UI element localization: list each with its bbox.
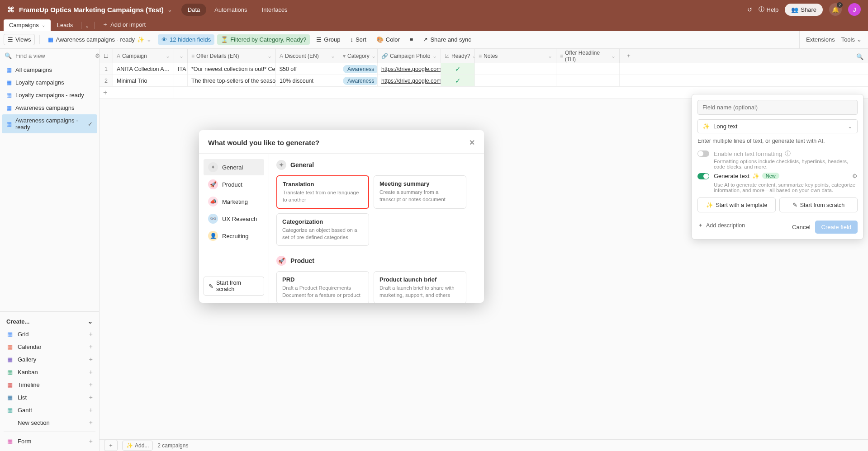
cell-details[interactable]: The three top-sellers of the season ar… [188,75,276,86]
cell-offer-th[interactable] [556,75,620,86]
cell-notes[interactable] [475,75,556,86]
cell-discount[interactable]: $50 off [276,63,339,75]
find-view-input[interactable] [15,52,91,59]
start-from-scratch-button[interactable]: ✎ Start from scratch [779,197,858,212]
side-general[interactable]: ✦General [204,159,264,175]
side-recruiting[interactable]: 👤Recruiting [204,228,264,244]
base-title[interactable]: FrameUp Optics Marketing Campaigns (Test… [19,6,164,14]
cell-ready[interactable]: ✓ [441,75,475,86]
close-icon[interactable]: ✕ [469,138,475,147]
create-grid[interactable]: ▦Grid+ [4,328,95,340]
notifications-button[interactable]: 🔔2 [829,3,842,16]
view-loyalty[interactable]: ▦Loyalty campaigns [2,76,97,89]
col-campaign[interactable]: ACampaign⌄ [113,49,174,63]
create-field-button[interactable]: Create field [815,221,858,234]
col-photo[interactable]: 🔗Campaign Photo⌄ [378,49,441,63]
field-name-input[interactable] [697,100,858,115]
col-notes[interactable]: ≡Notes⌄ [475,49,556,63]
views-button[interactable]: ☰ Views [4,34,35,45]
cell-photo[interactable]: https://drive.google.com/… [378,75,441,86]
generate-text-toggle[interactable] [697,173,709,179]
sort-button[interactable]: ↕ Sort [346,34,370,45]
footer-plus[interactable]: ＋ [104,440,118,451]
help-button[interactable]: ⓘ Help [759,5,779,14]
cell-discount[interactable]: 10% discount [276,75,339,86]
table-row[interactable]: 1 ANITA Collection A… ITA *Our newest co… [100,63,868,75]
footer-add[interactable]: ✨ Add... [122,441,153,451]
history-icon[interactable]: ↺ [747,6,752,13]
cell-offer-th[interactable] [556,63,620,75]
cell-extra[interactable]: ITA [174,63,188,75]
card-translation[interactable]: Translation Translate text from one lang… [276,175,369,209]
cell-ready[interactable]: ✓ [441,63,475,75]
tools-button[interactable]: Tools ⌄ [841,36,862,43]
view-awareness[interactable]: ▦Awareness campaigns [2,102,97,114]
tab-leads[interactable]: Leads [52,19,78,31]
chevron-down-icon[interactable]: ⌄ [167,6,172,13]
cell-photo[interactable]: https://drive.google.com/… [378,63,441,75]
share-sync-button[interactable]: ↗ Share and sync [419,34,474,45]
col-hidden-1[interactable]: ⌄ [174,49,188,63]
rich-text-toggle[interactable] [697,150,709,157]
cell-campaign[interactable]: ANITA Collection A… [113,63,174,75]
cell-category[interactable]: Awareness [339,63,378,75]
row-height-button[interactable]: ≡ [406,34,417,45]
app-logo[interactable]: ⌘ [7,5,14,14]
tabs-chevron-icon[interactable]: ⌄ [85,23,89,29]
modal-main[interactable]: ✦General Translation Translate text from… [269,154,484,303]
tab-campaigns[interactable]: Campaigns ⌄ [4,19,51,31]
create-section-new[interactable]: New section+ [4,416,95,429]
extensions-button[interactable]: Extensions [806,36,835,43]
plus-icon[interactable]: + [100,87,174,98]
side-product[interactable]: 🚀Product [204,176,264,193]
create-kanban[interactable]: ▦Kanban+ [4,366,95,378]
select-all-checkbox[interactable]: ☐ [100,49,113,63]
share-button[interactable]: 👥 Share [785,4,823,16]
col-offer-th[interactable]: ≡Offer Headline (TH)⌄ [556,49,620,63]
view-all-campaigns[interactable]: ▦All campaigns [2,64,97,76]
create-gantt[interactable]: ▦Gantt+ [4,404,95,416]
card-prd[interactable]: PRD Draft a Product Requirements Documen… [276,271,369,303]
create-calendar[interactable]: ▦Calendar+ [4,340,95,353]
card-categorization[interactable]: Categorization Categorize an object base… [276,213,369,246]
current-view[interactable]: ▦ Awareness campaigns - ready ✨ ⌄ [44,34,155,45]
avatar[interactable]: J [848,3,861,16]
hidden-fields-chip[interactable]: 👁 12 hidden fields [158,34,214,45]
cancel-button[interactable]: Cancel [792,224,810,230]
create-timeline[interactable]: ▦Timeline+ [4,378,95,391]
col-ready[interactable]: ☑Ready?⌄ [441,49,475,63]
card-meeting-summary[interactable]: Meeting summary Create a summary from a … [374,175,466,209]
create-header[interactable]: Create...⌄ [4,315,95,328]
cell-details[interactable]: *Our newest collection is out!* Celebr… [188,63,276,75]
search-grid-icon[interactable]: 🔍 [856,53,863,60]
start-with-template-button[interactable]: ✨ Start with a template [697,197,776,212]
table-row[interactable]: 2 Minimal Trio The three top-sellers of … [100,75,868,87]
card-launch-brief[interactable]: Product launch brief Draft a launch brie… [374,271,466,303]
cell-notes[interactable] [475,63,556,75]
create-gallery[interactable]: ▦Gallery+ [4,353,95,366]
nav-automations[interactable]: Automations [208,4,253,16]
color-button[interactable]: 🎨 Color [373,34,403,45]
col-offer-details[interactable]: ≡Offer Details (EN)⌄ [188,49,276,63]
add-description-button[interactable]: ＋ Add description [697,220,745,231]
add-field-button[interactable]: ＋ [620,49,638,63]
side-marketing[interactable]: 📣Marketing [204,193,264,210]
view-loyalty-ready[interactable]: ▦Loyalty campaigns - ready [2,89,97,101]
col-category[interactable]: ▾Category⌄ [339,49,378,63]
add-table-button[interactable]: ＋ Add or import [98,18,150,31]
gear-icon[interactable]: ⚙ [852,173,858,179]
create-form[interactable]: ▦Form+ [4,435,95,447]
filter-chip[interactable]: ⏳ Filtered by Category, Ready? [217,34,310,45]
view-awareness-ready[interactable]: ▦Awareness campaigns - ready✓ [2,114,97,133]
group-button[interactable]: ☰ Group [313,34,344,45]
modal-start-scratch-button[interactable]: ✎ Start from scratch [204,277,264,296]
side-ux[interactable]: 👓UX Research [204,211,264,227]
nav-data[interactable]: Data [181,4,206,16]
field-type-select[interactable]: ✨ Long text ⌄ [697,119,858,133]
cell-category[interactable]: Awareness [339,75,378,86]
create-list[interactable]: ▦List+ [4,391,95,404]
col-discount[interactable]: ADiscount (EN)⌄ [276,49,339,63]
cell-campaign[interactable]: Minimal Trio [113,75,174,86]
cell-extra[interactable] [174,75,188,86]
nav-interfaces[interactable]: Interfaces [256,4,294,16]
